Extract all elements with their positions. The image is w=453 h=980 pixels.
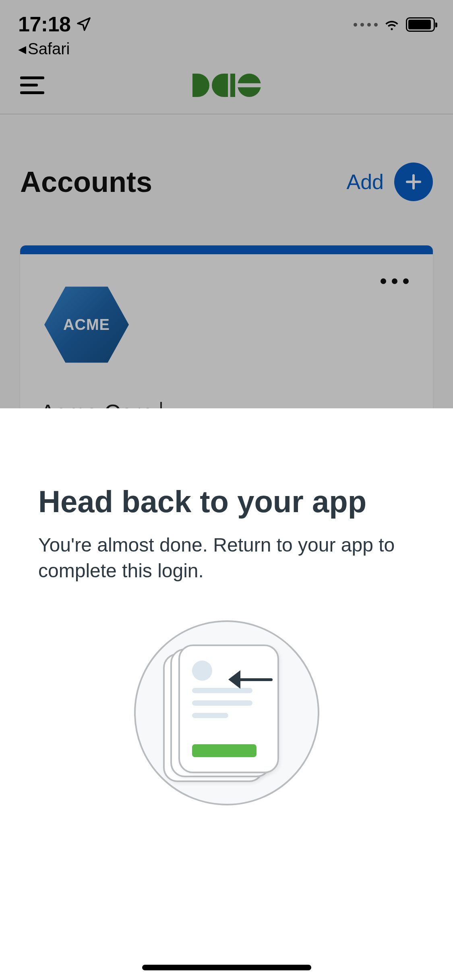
bottom-sheet: Head back to your app You're almost done… xyxy=(0,408,453,980)
return-to-app-illustration xyxy=(134,620,319,805)
arrow-left-icon xyxy=(228,670,273,689)
home-indicator[interactable] xyxy=(142,965,311,970)
sheet-title: Head back to your app xyxy=(38,485,415,519)
sheet-body: You're almost done. Return to your app t… xyxy=(38,532,415,585)
dim-overlay xyxy=(0,0,453,408)
